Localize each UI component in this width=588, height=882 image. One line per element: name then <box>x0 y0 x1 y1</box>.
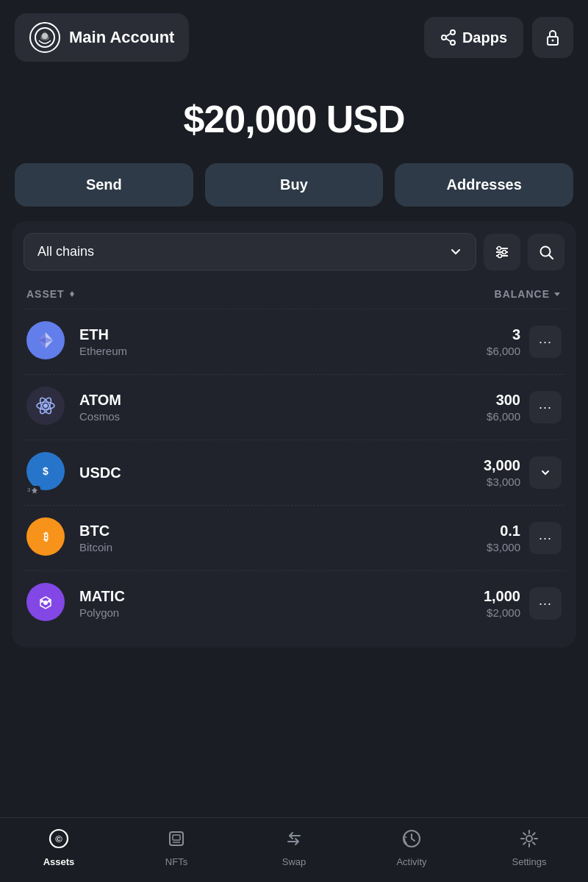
assets-nav-icon: © <box>49 828 69 852</box>
asset-balance: 0.1 $3,000 <box>487 523 520 553</box>
svg-point-34 <box>40 600 43 603</box>
svg-point-44 <box>526 836 532 842</box>
asset-row[interactable]: ₿ BTC Bitcoin 0.1 $3,000 ··· <box>24 505 564 570</box>
chevron-down-icon <box>449 245 462 259</box>
asset-icon-wrap <box>26 583 68 624</box>
asset-name: Bitcoin <box>79 541 487 553</box>
chain-label: All chains <box>37 244 94 259</box>
svg-text:₿: ₿ <box>43 531 49 542</box>
nav-label-assets: Assets <box>43 856 75 867</box>
usd-value: $6,000 <box>487 345 520 357</box>
nav-item-nfts[interactable]: NFTs <box>118 828 235 867</box>
addresses-button[interactable]: Addresses <box>395 163 573 207</box>
asset-menu-button[interactable]: ··· <box>529 326 562 358</box>
asset-menu-button[interactable]: ··· <box>529 587 562 620</box>
asset-icon-wrap <box>26 321 68 362</box>
swap-nav-icon <box>284 828 304 852</box>
asset-symbol: MATIC <box>79 588 484 605</box>
svg-rect-41 <box>173 835 180 840</box>
token-amount: 3 <box>487 326 520 343</box>
svg-point-1 <box>42 33 48 39</box>
header: Main Account Dapps <box>0 0 588 75</box>
balance-section: $20,000 USD <box>0 75 588 156</box>
asset-icon-wrap <box>26 387 68 428</box>
table-header: ASSET BALANCE <box>24 282 564 309</box>
asset-info: ATOM Cosmos <box>79 392 487 423</box>
account-button[interactable]: Main Account <box>15 13 189 62</box>
asset-symbol: ETH <box>79 326 487 343</box>
account-label: Main Account <box>69 28 174 47</box>
nav-label-settings: Settings <box>512 856 547 867</box>
nfts-nav-icon <box>166 828 187 852</box>
asset-balance: 3 $6,000 <box>487 326 520 357</box>
share-icon <box>440 29 456 46</box>
nav-item-activity[interactable]: Activity <box>353 828 470 867</box>
asset-icon <box>26 321 65 359</box>
asset-menu-button[interactable] <box>529 456 562 489</box>
asset-icon-wrap: $ 3 <box>26 452 68 493</box>
usd-value: $3,000 <box>484 476 520 488</box>
asset-balance: 3,000 $3,000 <box>484 457 520 488</box>
svg-point-8 <box>552 40 554 42</box>
lock-button[interactable] <box>532 17 573 58</box>
asset-menu-button[interactable]: ··· <box>529 522 562 554</box>
sort-icon <box>68 290 76 298</box>
action-buttons: Send Buy Addresses <box>0 156 588 221</box>
asset-icon <box>26 583 65 621</box>
token-amount: 3,000 <box>484 457 520 474</box>
usd-value: $3,000 <box>487 541 520 553</box>
svg-point-12 <box>498 246 501 250</box>
svg-text:$: $ <box>43 465 49 477</box>
nav-label-swap: Swap <box>282 856 306 867</box>
dapps-button[interactable]: Dapps <box>424 17 523 58</box>
filter-button[interactable] <box>484 234 520 270</box>
sort-down-icon <box>553 290 562 298</box>
activity-nav-icon <box>401 828 422 852</box>
asset-name: Polygon <box>79 606 484 619</box>
search-icon <box>538 244 554 260</box>
asset-balance: 300 $6,000 <box>487 392 520 423</box>
search-button[interactable] <box>528 234 564 270</box>
asset-row[interactable]: ETH Ethereum 3 $6,000 ··· <box>24 309 564 374</box>
asset-name: Ethereum <box>79 345 487 357</box>
chain-select[interactable]: All chains <box>24 233 476 270</box>
svg-point-2 <box>451 30 455 35</box>
asset-menu-button[interactable]: ··· <box>529 391 562 423</box>
nav-item-assets[interactable]: © Assets <box>0 828 118 867</box>
asset-row[interactable]: $ 3 USDC 3,000 $3,000 <box>24 440 564 505</box>
asset-icon <box>26 387 65 425</box>
asset-row[interactable]: MATIC Polygon 1,000 $2,000 ··· <box>24 570 564 636</box>
svg-point-33 <box>43 600 48 605</box>
filter-bar: All chains <box>24 233 564 270</box>
svg-line-16 <box>549 255 553 259</box>
asset-icon: $ <box>26 452 65 490</box>
usd-value: $2,000 <box>484 606 520 619</box>
token-amount: 0.1 <box>487 523 520 539</box>
lock-icon <box>544 29 562 46</box>
nav-label-activity: Activity <box>396 856 426 867</box>
asset-list: ETH Ethereum 3 $6,000 ··· ATOM Cosmos 30… <box>24 309 564 636</box>
svg-point-23 <box>43 404 48 408</box>
svg-line-36 <box>43 601 44 602</box>
balance-amount: $20,000 USD <box>15 97 573 141</box>
asset-row[interactable]: ATOM Cosmos 300 $6,000 ··· <box>24 374 564 440</box>
nav-item-settings[interactable]: Settings <box>470 828 588 867</box>
svg-point-3 <box>442 35 446 40</box>
token-amount: 1,000 <box>484 588 520 605</box>
asset-info: ETH Ethereum <box>79 326 487 357</box>
usd-value: $6,000 <box>487 410 520 423</box>
asset-symbol: ATOM <box>79 392 487 409</box>
settings-nav-icon <box>519 828 539 852</box>
multi-chain-badge: 3 <box>25 486 40 495</box>
send-button[interactable]: Send <box>15 163 193 207</box>
svg-line-37 <box>47 601 48 602</box>
assets-section: All chains ASSET <box>12 221 576 648</box>
asset-info: BTC Bitcoin <box>79 523 487 553</box>
svg-line-6 <box>446 39 451 42</box>
svg-point-4 <box>451 40 455 45</box>
header-right: Dapps <box>424 17 573 58</box>
buy-button[interactable]: Buy <box>205 163 384 207</box>
svg-point-35 <box>48 600 51 603</box>
nav-label-nfts: NFTs <box>165 856 187 867</box>
nav-item-swap[interactable]: Swap <box>235 828 353 867</box>
